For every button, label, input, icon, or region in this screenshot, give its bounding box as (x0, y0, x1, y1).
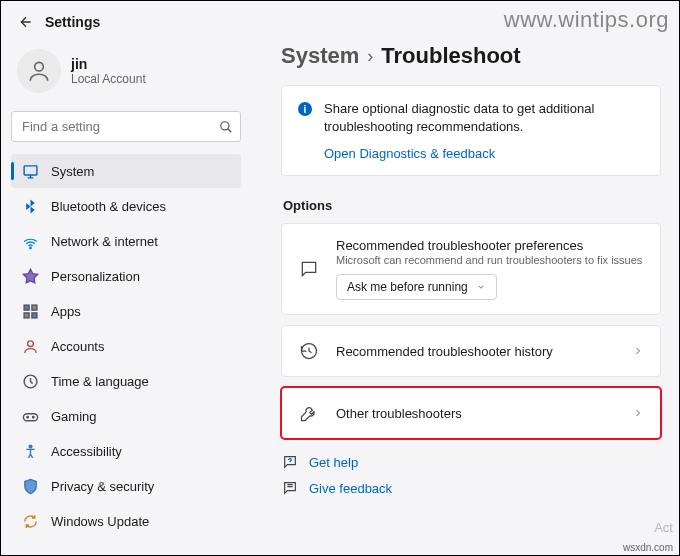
bluetooth-icon (21, 197, 39, 215)
other-troubleshooters-row[interactable]: Other troubleshooters (281, 387, 661, 439)
content-area: System › Troubleshoot i Share optional d… (251, 39, 679, 553)
sidebar-item-time[interactable]: Time & language (11, 364, 241, 398)
feedback-icon (281, 479, 299, 497)
chevron-down-icon (476, 282, 486, 292)
breadcrumb-parent[interactable]: System (281, 43, 359, 69)
search-input[interactable] (11, 111, 241, 142)
give-feedback-link[interactable]: Give feedback (281, 479, 661, 497)
prefs-dropdown[interactable]: Ask me before running (336, 274, 497, 300)
sidebar-item-label: Bluetooth & devices (51, 199, 166, 214)
diagnostic-info-card: i Share optional diagnostic data to get … (281, 85, 661, 176)
svg-rect-7 (31, 312, 36, 317)
sidebar-item-label: Gaming (51, 409, 97, 424)
options-heading: Options (283, 198, 661, 213)
open-diagnostics-link[interactable]: Open Diagnostics & feedback (324, 146, 644, 161)
history-icon (298, 340, 320, 362)
sidebar-item-label: Personalization (51, 269, 140, 284)
help-icon (281, 453, 299, 471)
sidebar-item-system[interactable]: System (11, 154, 241, 188)
app-title: Settings (45, 14, 100, 30)
sidebar-item-label: Accounts (51, 339, 104, 354)
dropdown-label: Ask me before running (347, 280, 468, 294)
breadcrumb: System › Troubleshoot (281, 43, 661, 69)
user-block[interactable]: jin Local Account (11, 45, 241, 103)
svg-rect-6 (24, 312, 29, 317)
svg-point-1 (221, 121, 229, 129)
svg-point-0 (35, 62, 44, 71)
get-help-link[interactable]: Get help (281, 453, 661, 471)
sidebar-item-accessibility[interactable]: Accessibility (11, 434, 241, 468)
troubleshooter-prefs-card[interactable]: Recommended troubleshooter preferences M… (281, 223, 661, 315)
prefs-subtitle: Microsoft can recommend and run troubles… (336, 254, 644, 266)
wrench-icon (298, 402, 320, 424)
search-icon (219, 120, 233, 134)
chat-icon (298, 258, 320, 280)
info-icon: i (298, 102, 312, 116)
chevron-right-icon (632, 407, 644, 419)
user-account-type: Local Account (71, 72, 146, 86)
sidebar: jin Local Account System Bluetooth & dev… (1, 39, 251, 553)
sidebar-item-label: Network & internet (51, 234, 158, 249)
user-name: jin (71, 56, 146, 72)
svg-point-11 (26, 416, 27, 417)
sidebar-item-label: Windows Update (51, 514, 149, 529)
sidebar-item-accounts[interactable]: Accounts (11, 329, 241, 363)
sidebar-item-personalization[interactable]: Personalization (11, 259, 241, 293)
avatar (17, 49, 61, 93)
sidebar-item-bluetooth[interactable]: Bluetooth & devices (11, 189, 241, 223)
chevron-right-icon (632, 345, 644, 357)
update-icon (21, 512, 39, 530)
prefs-title: Recommended troubleshooter preferences (336, 238, 644, 253)
sidebar-item-gaming[interactable]: Gaming (11, 399, 241, 433)
svg-point-3 (29, 247, 30, 248)
history-title: Recommended troubleshooter history (336, 344, 616, 359)
back-button[interactable] (17, 13, 35, 31)
other-title: Other troubleshooters (336, 406, 616, 421)
svg-rect-4 (24, 305, 29, 310)
chevron-right-icon: › (367, 46, 373, 67)
svg-rect-5 (31, 305, 36, 310)
privacy-icon (21, 477, 39, 495)
svg-point-8 (27, 340, 33, 346)
help-label: Get help (309, 455, 358, 470)
personalization-icon (21, 267, 39, 285)
sidebar-item-privacy[interactable]: Privacy & security (11, 469, 241, 503)
accounts-icon (21, 337, 39, 355)
sidebar-item-apps[interactable]: Apps (11, 294, 241, 328)
sidebar-item-label: Apps (51, 304, 81, 319)
network-icon (21, 232, 39, 250)
sidebar-item-label: System (51, 164, 94, 179)
sidebar-item-label: Privacy & security (51, 479, 154, 494)
sidebar-item-update[interactable]: Windows Update (11, 504, 241, 538)
apps-icon (21, 302, 39, 320)
accessibility-icon (21, 442, 39, 460)
svg-rect-2 (24, 165, 37, 174)
sidebar-item-label: Time & language (51, 374, 149, 389)
feedback-label: Give feedback (309, 481, 392, 496)
breadcrumb-current: Troubleshoot (381, 43, 520, 69)
sidebar-item-network[interactable]: Network & internet (11, 224, 241, 258)
sidebar-item-label: Accessibility (51, 444, 122, 459)
troubleshooter-history-row[interactable]: Recommended troubleshooter history (281, 325, 661, 377)
time-icon (21, 372, 39, 390)
svg-rect-10 (23, 413, 37, 420)
svg-point-13 (29, 445, 32, 448)
system-icon (21, 162, 39, 180)
info-text: Share optional diagnostic data to get ad… (324, 100, 644, 136)
activation-text: Act (654, 520, 673, 535)
svg-point-12 (32, 416, 33, 417)
gaming-icon (21, 407, 39, 425)
source-text: wsxdn.com (623, 542, 673, 553)
